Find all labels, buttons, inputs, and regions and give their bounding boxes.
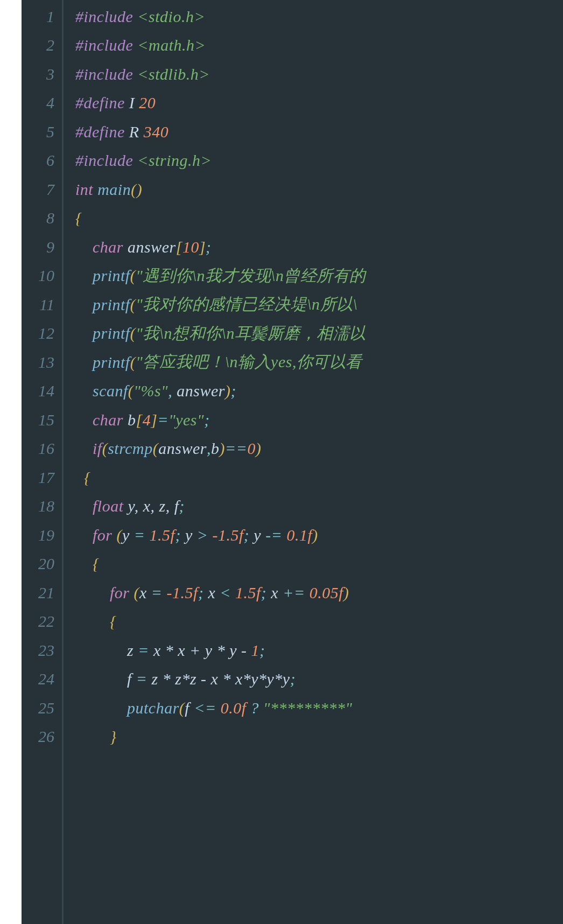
- function-call: printf: [93, 353, 130, 372]
- code-line[interactable]: #define I 20: [75, 89, 563, 118]
- bracket: ]: [199, 238, 206, 256]
- paren: ): [225, 382, 231, 400]
- semicolon: ;: [206, 238, 212, 256]
- code-line[interactable]: printf("我\n想和你\n耳鬓厮磨，相濡以: [75, 319, 563, 348]
- variable: y: [122, 526, 134, 544]
- code-line[interactable]: z = x * x + y * y - 1;: [75, 636, 563, 665]
- semicolon: ;: [198, 584, 208, 602]
- define: #define: [75, 123, 129, 141]
- number: 0.05f: [309, 584, 343, 602]
- semicolon: ;: [179, 497, 185, 515]
- number: 10: [182, 238, 199, 256]
- code-line[interactable]: }: [75, 723, 563, 752]
- code-line[interactable]: for (x = -1.5f; x < 1.5f; x += 0.05f): [75, 578, 563, 607]
- indent: [75, 439, 93, 458]
- line-number: 16: [22, 435, 62, 464]
- code-line[interactable]: printf("我对你的感情已经决堤\n所以\: [75, 290, 563, 319]
- line-number: 13: [22, 348, 62, 377]
- define: #define: [75, 94, 129, 112]
- semicolon: ;: [259, 641, 265, 660]
- string: "yes": [168, 411, 204, 429]
- number: 340: [144, 123, 169, 141]
- line-number: 9: [22, 233, 62, 262]
- paren: (: [117, 526, 123, 544]
- paren: ): [219, 439, 225, 458]
- type: char: [93, 238, 128, 256]
- number: -1.5f: [167, 584, 198, 602]
- operator: =: [157, 411, 168, 429]
- code-line[interactable]: #include <math.h>: [75, 31, 563, 60]
- number: 0.1f: [286, 526, 312, 544]
- indent: [75, 584, 110, 602]
- line-number: 2: [22, 31, 62, 60]
- line-number: 11: [22, 290, 62, 319]
- line-number: 12: [22, 319, 62, 348]
- indent: [75, 382, 93, 400]
- code-line[interactable]: if(strcmp(answer,b)==0): [75, 435, 563, 464]
- code-line[interactable]: #include <stdlib.h>: [75, 60, 563, 89]
- line-number: 5: [22, 117, 62, 146]
- code-line[interactable]: int main(): [75, 175, 563, 204]
- comma: ,: [207, 439, 211, 458]
- code-line[interactable]: {: [75, 550, 563, 579]
- number: 1.5f: [150, 526, 175, 544]
- operator: =: [151, 584, 167, 602]
- function-call: printf: [93, 267, 130, 285]
- keyword: for: [110, 584, 134, 602]
- semicolon: ;: [230, 382, 236, 400]
- indent: [75, 641, 127, 660]
- code-line[interactable]: printf("遇到你\n我才发现\n曾经所有的: [75, 262, 563, 291]
- include-path: <stdio.h>: [137, 8, 205, 26]
- operator: >: [197, 526, 213, 544]
- code-line[interactable]: float y, x, z, f;: [75, 492, 563, 521]
- code-line[interactable]: {: [75, 463, 563, 492]
- code-line[interactable]: {: [75, 607, 563, 636]
- line-number: 25: [22, 694, 62, 723]
- code-line[interactable]: putchar(f <= 0.0f ? "*********": [75, 694, 563, 723]
- code-line[interactable]: for (y = 1.5f; y > -1.5f; y -= 0.1f): [75, 521, 563, 550]
- indent: [75, 727, 110, 746]
- function-call: strcmp: [108, 439, 153, 458]
- variable: z: [127, 641, 138, 660]
- paren: ): [343, 584, 349, 602]
- code-line[interactable]: #include <stdio.h>: [75, 2, 563, 31]
- variable: x: [271, 584, 283, 602]
- indent: [75, 468, 84, 487]
- brace: {: [93, 555, 100, 573]
- code-text-area[interactable]: #include <stdio.h> #include <math.h> #in…: [64, 0, 563, 924]
- code-line[interactable]: f = z * z*z - x * x*y*y*y;: [75, 665, 563, 694]
- ternary: ?: [251, 699, 264, 717]
- code-line[interactable]: #include <string.h>: [75, 146, 563, 176]
- code-line[interactable]: scanf("%s", answer);: [75, 377, 563, 406]
- function-call: scanf: [93, 382, 128, 400]
- number: 1: [251, 641, 259, 660]
- paren: (: [130, 296, 136, 314]
- brace: {: [110, 612, 117, 631]
- variable-list: y, x, z, f: [128, 497, 179, 515]
- indent: [75, 411, 93, 429]
- variable: x: [139, 584, 151, 602]
- code-line[interactable]: char answer[10];: [75, 233, 563, 262]
- code-line[interactable]: #define R 340: [75, 117, 563, 146]
- line-number: 18: [22, 492, 62, 521]
- paren: (: [130, 353, 136, 372]
- left-margin: [0, 0, 22, 924]
- type: int: [75, 180, 97, 199]
- expression: x * x + y * y -: [153, 641, 251, 660]
- code-line[interactable]: char b[4]="yes";: [75, 405, 563, 435]
- comma: ,: [168, 382, 177, 400]
- variable: y: [254, 526, 265, 544]
- code-line[interactable]: {: [75, 204, 563, 233]
- string: "%s": [133, 382, 168, 400]
- indent: [75, 670, 127, 688]
- paren: (: [134, 584, 140, 602]
- number: 0: [247, 439, 256, 458]
- line-number: 3: [22, 60, 62, 89]
- paren: (: [102, 439, 108, 458]
- line-number-gutter: 1 2 3 4 5 6 7 8 9 10 11 12 13 14 15 16 1…: [22, 0, 62, 924]
- operator: +=: [283, 584, 309, 602]
- bracket: ]: [151, 411, 157, 429]
- code-line[interactable]: printf("答应我吧！\n输入yes,你可以看: [75, 348, 563, 377]
- type: char: [93, 411, 128, 429]
- variable: b: [211, 439, 220, 458]
